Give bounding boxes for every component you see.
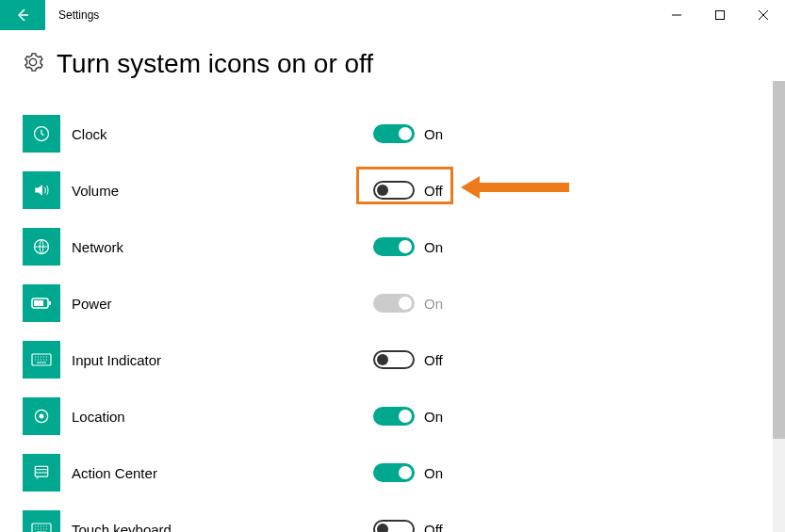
toggle-state-label: Off (424, 183, 443, 199)
maximize-icon (715, 10, 725, 20)
setting-row-input: Input IndicatorOff (23, 331, 773, 388)
setting-label: Power (72, 296, 373, 312)
scrollbar-thumb[interactable] (773, 81, 785, 439)
setting-row-keyboard: Touch keyboardOff (23, 501, 773, 532)
action-icon (23, 454, 60, 492)
svg-rect-5 (49, 301, 51, 305)
svg-rect-10 (32, 524, 51, 532)
toggle-switch[interactable] (373, 124, 415, 143)
setting-label: Input Indicator (72, 352, 373, 368)
setting-row-location: LocationOn (23, 388, 773, 444)
setting-row-clock: ClockOn (23, 105, 773, 162)
setting-row-network: NetworkOn (23, 218, 773, 275)
toggle-switch (373, 294, 415, 313)
power-icon (23, 284, 60, 322)
toggle-group: On (373, 463, 443, 482)
setting-label: Touch keyboard (72, 522, 373, 533)
toggle-group: On (373, 237, 443, 256)
toggle-group: Off (373, 350, 443, 369)
setting-row-power: PowerOn (23, 275, 773, 331)
settings-list: ClockOnVolumeOffNetworkOnPowerOnInput In… (23, 105, 773, 532)
svg-rect-0 (716, 11, 725, 20)
setting-label: Location (72, 409, 373, 425)
toggle-switch[interactable] (373, 181, 415, 200)
close-button[interactable] (742, 0, 785, 30)
setting-label: Action Center (72, 465, 373, 481)
content-area: Turn system icons on or off ClockOnVolum… (0, 30, 773, 532)
titlebar: Settings (0, 0, 785, 30)
minimize-button[interactable] (655, 0, 698, 30)
location-icon (23, 397, 60, 435)
toggle-switch[interactable] (373, 237, 415, 256)
toggle-switch[interactable] (373, 520, 415, 532)
toggle-switch[interactable] (373, 350, 415, 369)
toggle-group: On (373, 124, 443, 143)
maximize-button[interactable] (698, 0, 742, 30)
clock-icon (23, 115, 60, 153)
toggle-state-label: On (424, 126, 443, 142)
setting-label: Network (72, 239, 373, 255)
toggle-state-label: On (424, 409, 443, 425)
setting-row-volume: VolumeOff (23, 162, 773, 218)
setting-label: Clock (72, 126, 373, 142)
setting-label: Volume (72, 183, 373, 199)
network-icon (23, 228, 60, 266)
toggle-switch[interactable] (373, 463, 415, 482)
toggle-state-label: Off (424, 352, 443, 368)
toggle-state-label: On (424, 296, 443, 312)
scrollbar[interactable] (773, 81, 785, 532)
toggle-state-label: On (424, 465, 443, 481)
volume-icon (23, 171, 60, 209)
toggle-switch[interactable] (373, 407, 415, 426)
svg-rect-9 (35, 466, 47, 476)
minimize-icon (672, 10, 681, 20)
setting-row-action: Action CenterOn (23, 444, 773, 501)
page-header: Turn system icons on or off (23, 49, 773, 79)
page-title: Turn system icons on or off (57, 49, 373, 79)
gear-icon (23, 52, 43, 76)
back-button[interactable] (0, 0, 45, 30)
keyboard-icon (23, 510, 60, 532)
close-icon (759, 10, 768, 20)
toggle-group: On (373, 294, 443, 313)
toggle-state-label: On (424, 239, 443, 255)
arrow-left-icon (15, 8, 30, 23)
toggle-group: Off (373, 520, 443, 532)
toggle-group: Off (373, 181, 443, 200)
svg-rect-4 (34, 300, 43, 306)
toggle-group: On (373, 407, 443, 426)
window-title: Settings (45, 0, 99, 30)
input-icon (23, 341, 60, 379)
svg-point-8 (40, 414, 44, 419)
toggle-state-label: Off (424, 522, 443, 533)
